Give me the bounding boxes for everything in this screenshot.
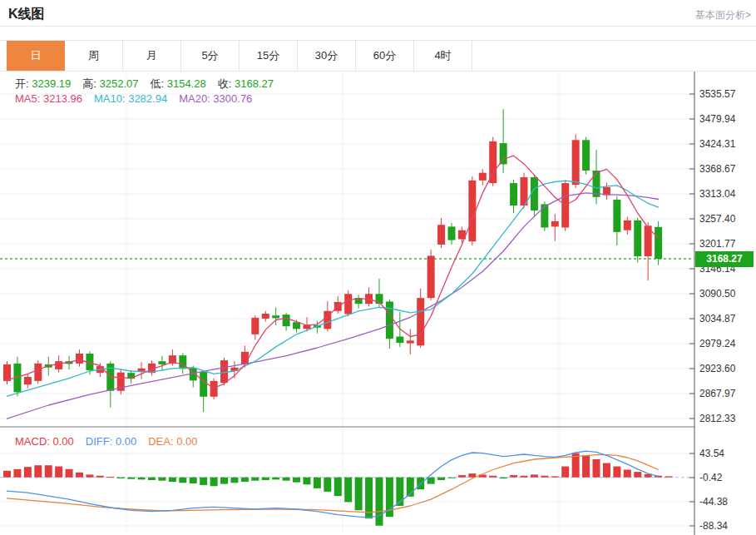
main-axis-label: 2923.60 <box>699 363 736 374</box>
macd-bar <box>76 473 83 478</box>
macd-bar <box>55 467 62 478</box>
macd-bar <box>200 478 207 485</box>
candle-body <box>655 227 662 259</box>
candle-body <box>582 140 590 171</box>
candle-body <box>417 298 424 345</box>
macd-axis-label: 43.54 <box>699 448 724 459</box>
macd-axis-label: -44.38 <box>699 496 728 508</box>
main-axis-label: 3034.87 <box>699 313 736 324</box>
candle-body <box>510 183 517 206</box>
main-axis-label: 3257.40 <box>699 213 736 225</box>
ohlc-legend: 开: 3239.19高: 3252.07低: 3154.28收: 3168.27 <box>15 77 285 92</box>
legend-item: 收: 3168.27 <box>218 77 274 90</box>
candle-body <box>500 143 507 164</box>
fundamental-analysis-link[interactable]: 基本面分析> <box>695 8 751 22</box>
tab-30分[interactable]: 30分 <box>298 41 356 71</box>
candle-body <box>551 221 559 226</box>
legend-item: 低: 3154.28 <box>150 77 205 90</box>
macd-bar <box>262 478 269 480</box>
legend-item: DIFF: 0.00 <box>86 435 136 448</box>
dea-line <box>7 455 659 513</box>
tab-60分[interactable]: 60分 <box>356 41 414 71</box>
macd-bar <box>230 478 238 483</box>
macd-bar <box>603 463 610 478</box>
candle-body <box>200 372 207 397</box>
legend-item: MA20: 3300.76 <box>179 92 252 105</box>
candle-body <box>251 318 259 334</box>
macd-bar <box>283 478 290 481</box>
candle-body <box>427 255 435 298</box>
macd-bar <box>447 478 455 478</box>
legend-item: MACD: 0.00 <box>15 435 74 448</box>
candle-body <box>76 354 83 364</box>
main-axis-label: 3090.50 <box>699 288 736 300</box>
macd-axis-label: -88.34 <box>699 520 728 532</box>
macd-bar <box>561 467 569 478</box>
macd-bar <box>355 478 363 511</box>
macd-bar <box>169 478 176 482</box>
main-axis-label: 2867.97 <box>699 388 736 399</box>
macd-bar <box>375 478 383 526</box>
macd-axis-label: -0.42 <box>699 472 723 483</box>
candle-body <box>241 352 249 364</box>
macd-bar <box>541 476 548 478</box>
macd-bar <box>24 467 32 478</box>
legend-item: MA5: 3213.96 <box>15 92 82 105</box>
tab-5分[interactable]: 5分 <box>181 41 240 71</box>
macd-bar <box>334 478 342 496</box>
macd-bar <box>158 478 166 481</box>
macd-bar <box>489 476 497 478</box>
ma5-line <box>7 156 659 388</box>
candle-body <box>34 364 42 381</box>
tab-4时[interactable]: 4时 <box>414 41 472 71</box>
macd-bar <box>66 469 73 478</box>
main-axis-label: 3313.04 <box>699 188 736 200</box>
macd-bar <box>665 476 673 477</box>
macd-bar <box>624 469 631 477</box>
tab-周[interactable]: 周 <box>65 41 123 71</box>
macd-bar <box>500 478 507 478</box>
macd-bar <box>3 471 11 478</box>
macd-bar <box>344 478 352 503</box>
main-axis-label: 3424.31 <box>699 138 736 150</box>
current-price-badge: 3168.27 <box>695 251 754 267</box>
macd-bar <box>45 465 52 478</box>
kline-macd-chart[interactable]: 3535.573479.943424.313368.673313.043257.… <box>0 72 756 535</box>
macd-bar <box>634 472 641 478</box>
legend-item: 高: 3252.07 <box>82 77 138 90</box>
macd-bar <box>510 475 517 478</box>
candle-body <box>624 220 631 230</box>
tab-月[interactable]: 月 <box>123 41 181 71</box>
macd-bar <box>551 476 559 477</box>
macd-bar <box>127 478 135 479</box>
header: K线图 基本面分析> <box>0 0 756 27</box>
candle-body <box>283 315 290 326</box>
candle-body <box>262 314 269 319</box>
macd-bar <box>272 478 279 480</box>
macd-bar <box>531 474 538 477</box>
macd-bar <box>314 478 321 488</box>
macd-bar <box>220 478 228 484</box>
macd-bar <box>106 477 114 478</box>
tab-日[interactable]: 日 <box>7 41 65 71</box>
macd-bar <box>293 478 300 483</box>
main-axis-label: 2979.24 <box>699 338 736 349</box>
main-axis-label: 3535.57 <box>699 88 736 100</box>
macd-bar <box>179 478 186 483</box>
page-title: K线图 <box>8 6 45 23</box>
candle-body <box>55 361 62 369</box>
candle-body <box>272 315 279 318</box>
macd-bar <box>190 478 197 483</box>
macd-legend: MACD: 0.00DIFF: 0.00DEA: 0.00 <box>15 435 210 448</box>
legend-item: DEA: 0.00 <box>148 435 197 448</box>
main-axis-label: 3201.77 <box>699 238 736 250</box>
macd-bar <box>117 478 125 478</box>
macd-bar <box>324 478 331 492</box>
candle-body <box>396 336 403 343</box>
macd-bar <box>251 478 259 481</box>
main-axis-label: 2812.33 <box>699 413 736 424</box>
candle-body <box>613 200 620 232</box>
tab-15分[interactable]: 15分 <box>240 41 298 71</box>
candle-body <box>447 226 455 240</box>
macd-bar <box>458 475 466 478</box>
